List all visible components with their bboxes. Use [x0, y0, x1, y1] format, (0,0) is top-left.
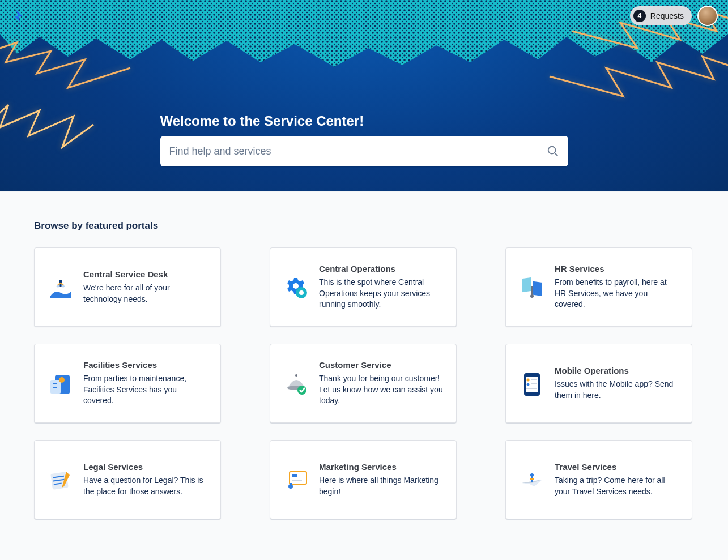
section-title: Browse by featured portals: [34, 220, 694, 232]
svg-point-2: [548, 147, 555, 154]
portal-card-marketing-services[interactable]: Marketing Services Here is where all thi…: [270, 440, 457, 519]
customer-service-icon: [283, 370, 310, 397]
portal-card-legal-services[interactable]: Legal Services Have a question for Legal…: [34, 440, 221, 519]
search-container[interactable]: [160, 136, 568, 166]
lightning-decoration: [0, 31, 136, 99]
portal-card-mobile-operations[interactable]: Mobile Operations Issues with the Mobile…: [505, 344, 692, 423]
requests-label: Requests: [650, 11, 684, 20]
svg-point-15: [59, 377, 65, 383]
portal-card-description: Thank you for being our customer! Let us…: [319, 373, 444, 407]
hr-icon: [518, 273, 546, 301]
portal-card-title: Central Operations: [319, 264, 444, 273]
topbar: 4 Requests: [0, 0, 728, 32]
requests-button[interactable]: 4 Requests: [630, 6, 692, 25]
svg-rect-27: [526, 388, 537, 389]
portal-card-description: This is the spot where Central Operation…: [319, 277, 444, 310]
lightning-decoration: [0, 99, 96, 161]
svg-line-3: [554, 153, 557, 156]
svg-rect-39: [530, 478, 534, 480]
portal-card-description: Here is where all things Marketing begin…: [319, 475, 444, 497]
mobile-icon: [518, 370, 546, 397]
lightning-decoration: [547, 48, 728, 105]
svg-point-8: [299, 290, 304, 295]
portal-card-title: Travel Services: [555, 462, 679, 472]
search-input[interactable]: [169, 146, 547, 157]
svg-rect-34: [292, 480, 302, 481]
legal-icon: [47, 466, 74, 493]
portal-card-title: Central Service Desk: [83, 270, 208, 279]
svg-point-19: [295, 374, 297, 377]
page-title: Welcome to the Service Center!: [160, 113, 568, 129]
hero-banner: 4 Requests Welcome to the Service Center…: [0, 0, 728, 191]
facilities-icon: [47, 370, 74, 397]
portal-card-description: From parties to maintenance, Facilities …: [83, 373, 208, 407]
app-logo-icon[interactable]: [10, 8, 26, 24]
search-icon: [547, 145, 559, 157]
portals-grid: Central Service Desk We're here for all …: [34, 247, 694, 519]
svg-rect-36: [290, 483, 292, 486]
portal-card-travel-services[interactable]: Travel Services Taking a trip? Come here…: [505, 440, 692, 519]
marketing-icon: [283, 466, 310, 493]
main-content: Browse by featured portals Central Servi…: [0, 191, 728, 553]
avatar[interactable]: [697, 6, 718, 26]
portal-card-central-service-desk[interactable]: Central Service Desk We're here for all …: [34, 247, 221, 327]
svg-point-6: [293, 283, 299, 289]
svg-rect-33: [292, 474, 297, 477]
requests-count-badge: 4: [633, 10, 646, 22]
portal-card-title: HR Services: [555, 264, 679, 273]
portal-card-description: From benefits to payroll, here at HR Ser…: [555, 277, 679, 310]
portal-card-title: Facilities Services: [83, 360, 208, 370]
svg-rect-26: [531, 383, 537, 384]
portal-card-title: Mobile Operations: [555, 366, 679, 375]
travel-icon: [518, 466, 546, 493]
portal-card-central-operations[interactable]: Central Operations This is the spot wher…: [270, 247, 457, 327]
portal-card-hr-services[interactable]: HR Services From benefits to payroll, he…: [505, 247, 692, 327]
portal-card-description: Taking a trip? Come here for all your Tr…: [555, 475, 679, 497]
service-desk-icon: [47, 273, 74, 301]
portal-card-description: Have a question for Legal? This is the p…: [83, 475, 208, 497]
portal-card-description: We're here for all of your technology ne…: [83, 283, 208, 305]
svg-rect-16: [53, 383, 57, 384]
portal-card-title: Customer Service: [319, 360, 444, 370]
svg-rect-10: [533, 281, 542, 296]
portal-card-title: Legal Services: [83, 462, 208, 472]
portal-card-customer-service[interactable]: Customer Service Thank you for being our…: [270, 344, 457, 423]
portal-card-description: Issues with the Mobile app? Send them in…: [555, 379, 679, 401]
operations-icon: [283, 273, 310, 301]
svg-rect-17: [53, 387, 57, 388]
portal-card-facilities-services[interactable]: Facilities Services From parties to main…: [34, 344, 221, 423]
svg-point-23: [527, 379, 530, 382]
svg-rect-24: [531, 379, 537, 380]
portal-card-title: Marketing Services: [319, 462, 444, 472]
svg-point-25: [527, 383, 530, 386]
svg-rect-32: [290, 472, 306, 484]
svg-rect-9: [522, 277, 531, 292]
hero-content: Welcome to the Service Center!: [160, 113, 568, 166]
